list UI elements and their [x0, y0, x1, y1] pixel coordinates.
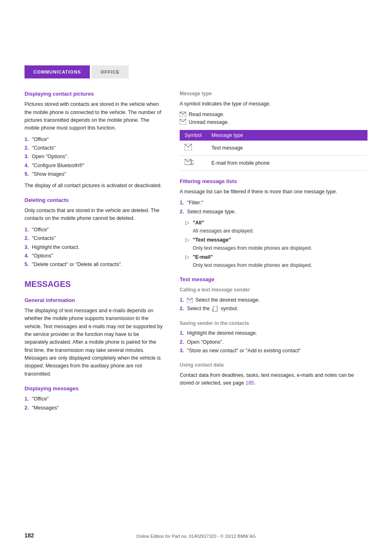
left-column: Displaying contact pictures Pictures sto…: [24, 90, 163, 418]
type-text-message: Text message: [207, 141, 368, 156]
sub-label-text-message: "Text message": [193, 236, 312, 244]
list-calling-sender: 1. Select the desired message. 2. Select…: [180, 296, 368, 313]
body-using-contact-data: Contact data from deadlines, tasks, text…: [180, 371, 368, 387]
read-message-icon: [180, 111, 186, 118]
sub-label-all: "All": [193, 219, 254, 227]
list-item: 5."Delete contact" or "Delete all contac…: [24, 261, 163, 269]
section-filtering-message-lists: Filtering message lists A message list c…: [180, 177, 368, 269]
read-message-indicator: Read message.: [180, 111, 368, 118]
symbol-text-message: [180, 141, 207, 156]
section-using-contact-data: Using contact data Contact data from dea…: [180, 361, 368, 387]
heading-using-contact-data: Using contact data: [180, 361, 368, 369]
list-item: 1."Office": [24, 395, 163, 403]
list-item: 2."Contacts": [24, 144, 163, 152]
heading-displaying-contact-pictures: Displaying contact pictures: [24, 90, 163, 98]
list-item: 2."Messages": [24, 404, 163, 412]
footer-text: Online Edition for Part no. 01402917320 …: [136, 534, 256, 539]
list-item: 2."Contacts": [24, 235, 163, 242]
sub-desc-email: Only text messages from mobile phones ar…: [193, 262, 312, 269]
message-indicators: Read message. Unread message.: [180, 111, 368, 126]
list-item: 2.Open "Options".: [180, 338, 368, 346]
page-number: 182: [24, 532, 34, 539]
right-column: Message type A symbol indicates the type…: [180, 90, 368, 418]
heading-displaying-messages: Displaying messages: [24, 385, 163, 393]
section-displaying-messages: Displaying messages 1."Office" 2."Messag…: [24, 385, 163, 412]
heading-filtering-message-lists: Filtering message lists: [180, 177, 368, 186]
list-displaying-messages: 1."Office" 2."Messages": [24, 395, 163, 412]
sub-desc-text-message: Only text messages from mobile phones ar…: [193, 244, 312, 252]
list-item: 1. Select the desired message.: [180, 296, 368, 304]
sub-desc-all: All messages are displayed.: [193, 227, 254, 235]
heading-text-message: Text message: [180, 275, 368, 284]
tab-bar: COMMUNICATIONS OFFICE: [24, 65, 368, 78]
sub-list-item-text-message: ▷ "Text message" Only text messages from…: [185, 236, 368, 252]
list-item: 1."Office": [24, 136, 163, 143]
section-displaying-contact-pictures: Displaying contact pictures Pictures sto…: [24, 90, 163, 190]
section-text-message: Text message Calling a text message send…: [180, 275, 368, 387]
content-area: Displaying contact pictures Pictures sto…: [24, 90, 368, 418]
list-item: 2. Select the symbol.: [180, 305, 368, 313]
list-item: 1.Highlight the desired message.: [180, 329, 368, 337]
body-deleting-contacts: Only contacts that are stored in the veh…: [24, 207, 163, 223]
unread-message-indicator: Unread message.: [180, 119, 368, 126]
section-deleting-contacts: Deleting contacts Only contacts that are…: [24, 196, 163, 269]
closing-displaying-contact-pictures: The display of all contact pictures is a…: [24, 182, 163, 190]
table-row: E-mail from mobile phone: [180, 155, 368, 170]
tab-communications[interactable]: COMMUNICATIONS: [24, 65, 90, 78]
list-filtering: 1."Filter:" 2.Select message type.: [180, 199, 368, 216]
body-general-information: The displaying of text messages and e-ma…: [24, 307, 163, 378]
body-displaying-contact-pictures: Pictures stored with contacts are stored…: [24, 101, 163, 132]
heading-saving-sender-contacts: Saving sender in the contacts: [180, 320, 368, 327]
page-ref-185[interactable]: 185: [245, 380, 254, 386]
list-item: 2.Select message type.: [180, 208, 368, 216]
col-message-type: Message type: [207, 130, 368, 141]
section-saving-sender-contacts: Saving sender in the contacts 1.Highligh…: [180, 320, 368, 355]
tab-office-label: OFFICE: [100, 69, 119, 74]
heading-deleting-contacts: Deleting contacts: [24, 196, 163, 204]
table-header-row: Symbol Message type: [180, 130, 368, 141]
section-general-information: General information The displaying of te…: [24, 296, 163, 378]
filter-sub-list: ▷ "All" All messages are displayed. ▷ "T…: [185, 219, 368, 269]
list-item: 1."Office": [24, 226, 163, 234]
list-saving-sender: 1.Highlight the desired message. 2.Open …: [180, 329, 368, 355]
sub-label-email: "E-mail": [193, 253, 312, 261]
sub-list-item-all: ▷ "All" All messages are displayed.: [185, 219, 368, 235]
symbol-email-mobile: [180, 155, 207, 170]
heading-general-information: General information: [24, 296, 163, 304]
unread-message-label: Unread message.: [189, 119, 229, 125]
tab-office[interactable]: OFFICE: [91, 65, 128, 78]
list-item: 3.Open "Options".: [24, 153, 163, 161]
section-message-type: Message type A symbol indicates the type…: [180, 90, 368, 171]
heading-calling-text-message-sender: Calling a text message sender: [180, 286, 368, 294]
heading-message-type: Message type: [180, 90, 368, 98]
messages-title: MESSAGES: [24, 278, 163, 291]
list-item: 4."Options": [24, 252, 163, 260]
tab-communications-label: COMMUNICATIONS: [33, 69, 81, 74]
list-item: 1."Filter:": [180, 199, 368, 207]
list-item: 5."Show images": [24, 170, 163, 178]
list-displaying-contact-pictures: 1."Office" 2."Contacts" 3.Open "Options"…: [24, 136, 163, 179]
read-message-label: Read message.: [189, 112, 225, 117]
message-type-table: Symbol Message type Text message: [180, 130, 368, 171]
list-item: 4."Configure Bluetooth®": [24, 162, 163, 170]
list-item: 3."Store as new contact" or "Add to exis…: [180, 347, 368, 355]
sub-list-item-email: ▷ "E-mail" Only text messages from mobil…: [185, 253, 368, 269]
section-messages: MESSAGES General information The display…: [24, 278, 163, 412]
table-row: Text message: [180, 141, 368, 156]
type-email-mobile-phone: E-mail from mobile phone: [207, 155, 368, 170]
message-type-intro: A symbol indicates the type of message.: [180, 100, 368, 108]
list-item: 3.Highlight the contact.: [24, 244, 163, 251]
unread-message-icon: [180, 119, 186, 126]
section-calling-text-message-sender: Calling a text message sender 1. Select …: [180, 286, 368, 313]
list-deleting-contacts: 1."Office" 2."Contacts" 3.Highlight the …: [24, 226, 163, 269]
col-symbol: Symbol: [180, 130, 207, 141]
body-filtering-message-lists: A message list can be filtered if there …: [180, 188, 368, 196]
